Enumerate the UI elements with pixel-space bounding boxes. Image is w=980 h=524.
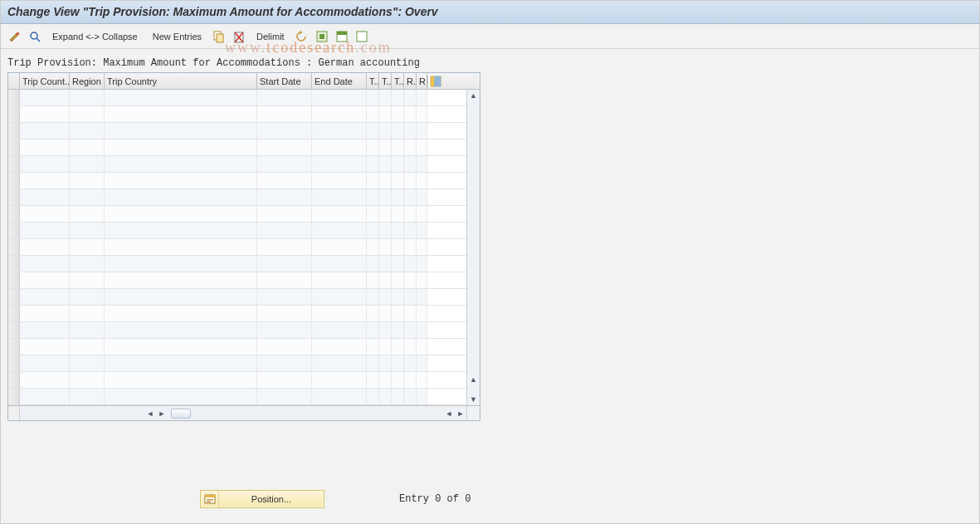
table-cell[interactable] bbox=[404, 372, 417, 388]
table-cell[interactable] bbox=[312, 223, 367, 238]
table-cell[interactable] bbox=[257, 239, 312, 255]
table-cell[interactable] bbox=[20, 289, 70, 305]
table-cell[interactable] bbox=[417, 156, 427, 172]
table-cell[interactable] bbox=[20, 306, 70, 321]
row-selector[interactable] bbox=[8, 322, 20, 338]
table-cell[interactable] bbox=[367, 156, 379, 172]
table-cell[interactable] bbox=[392, 372, 404, 388]
row-selector-header[interactable] bbox=[8, 73, 20, 89]
table-cell[interactable] bbox=[105, 239, 257, 255]
table-cell[interactable] bbox=[105, 389, 257, 404]
table-cell[interactable] bbox=[392, 189, 404, 205]
table-cell[interactable] bbox=[367, 306, 379, 321]
table-cell[interactable] bbox=[404, 173, 417, 189]
row-selector[interactable] bbox=[8, 173, 20, 189]
table-cell[interactable] bbox=[367, 206, 379, 222]
table-cell[interactable] bbox=[404, 239, 417, 255]
delimit-button[interactable]: Delimit bbox=[251, 32, 290, 42]
table-cell[interactable] bbox=[257, 206, 312, 222]
table-cell[interactable] bbox=[312, 372, 367, 388]
table-cell[interactable] bbox=[379, 106, 392, 122]
table-cell[interactable] bbox=[417, 355, 427, 371]
row-selector[interactable] bbox=[8, 223, 20, 238]
table-cell[interactable] bbox=[392, 206, 404, 222]
table-cell[interactable] bbox=[392, 306, 404, 321]
table-cell[interactable] bbox=[70, 223, 105, 238]
table-cell[interactable] bbox=[257, 322, 312, 338]
table-cell[interactable] bbox=[20, 355, 70, 371]
table-cell[interactable] bbox=[20, 173, 70, 189]
col-trip-country[interactable]: Trip Country bbox=[105, 73, 257, 89]
row-selector[interactable] bbox=[8, 339, 20, 355]
table-cell[interactable] bbox=[20, 140, 70, 155]
table-cell[interactable] bbox=[70, 339, 105, 355]
table-cell[interactable] bbox=[379, 289, 392, 305]
col-region[interactable]: Region bbox=[70, 73, 105, 89]
col-start-date[interactable]: Start Date bbox=[257, 73, 312, 89]
table-cell[interactable] bbox=[392, 355, 404, 371]
col-end-date[interactable]: End Date bbox=[312, 73, 367, 89]
hscroll-thumb[interactable] bbox=[171, 409, 191, 419]
table-cell[interactable] bbox=[70, 322, 105, 338]
table-cell[interactable] bbox=[404, 389, 417, 404]
table-cell[interactable] bbox=[312, 239, 367, 255]
table-cell[interactable] bbox=[70, 173, 105, 189]
table-cell[interactable] bbox=[70, 123, 105, 139]
table-cell[interactable] bbox=[417, 189, 427, 205]
table-cell[interactable] bbox=[70, 272, 105, 288]
table-cell[interactable] bbox=[257, 339, 312, 355]
table-cell[interactable] bbox=[379, 239, 392, 255]
table-cell[interactable] bbox=[70, 106, 105, 122]
row-selector[interactable] bbox=[8, 239, 20, 255]
table-cell[interactable] bbox=[312, 106, 367, 122]
row-selector[interactable] bbox=[8, 123, 20, 139]
table-cell[interactable] bbox=[312, 140, 367, 155]
table-cell[interactable] bbox=[417, 239, 427, 255]
table-cell[interactable] bbox=[417, 372, 427, 388]
position-button[interactable]: Position... bbox=[200, 490, 324, 508]
table-cell[interactable] bbox=[417, 389, 427, 404]
table-cell[interactable] bbox=[404, 189, 417, 205]
table-cell[interactable] bbox=[105, 223, 257, 238]
table-cell[interactable] bbox=[417, 322, 427, 338]
table-cell[interactable] bbox=[105, 156, 257, 172]
table-cell[interactable] bbox=[404, 272, 417, 288]
table-cell[interactable] bbox=[417, 106, 427, 122]
table-cell[interactable] bbox=[70, 306, 105, 321]
table-cell[interactable] bbox=[70, 90, 105, 105]
table-cell[interactable] bbox=[379, 140, 392, 155]
copy-icon[interactable] bbox=[212, 29, 227, 44]
table-cell[interactable] bbox=[417, 90, 427, 105]
col-t2[interactable]: T.. bbox=[379, 73, 392, 89]
table-cell[interactable] bbox=[70, 206, 105, 222]
table-cell[interactable] bbox=[392, 223, 404, 238]
table-cell[interactable] bbox=[417, 173, 427, 189]
table-cell[interactable] bbox=[379, 189, 392, 205]
row-selector[interactable] bbox=[8, 206, 20, 222]
table-cell[interactable] bbox=[257, 272, 312, 288]
table-cell[interactable] bbox=[257, 223, 312, 238]
table-cell[interactable] bbox=[257, 256, 312, 272]
table-cell[interactable] bbox=[312, 173, 367, 189]
table-cell[interactable] bbox=[404, 223, 417, 238]
table-cell[interactable] bbox=[392, 90, 404, 105]
table-cell[interactable] bbox=[105, 189, 257, 205]
table-cell[interactable] bbox=[70, 189, 105, 205]
table-cell[interactable] bbox=[20, 123, 70, 139]
table-cell[interactable] bbox=[70, 140, 105, 155]
table-cell[interactable] bbox=[105, 372, 257, 388]
table-cell[interactable] bbox=[392, 156, 404, 172]
table-cell[interactable] bbox=[367, 389, 379, 404]
table-cell[interactable] bbox=[257, 123, 312, 139]
table-cell[interactable] bbox=[404, 90, 417, 105]
table-cell[interactable] bbox=[105, 256, 257, 272]
table-cell[interactable] bbox=[70, 239, 105, 255]
table-cell[interactable] bbox=[404, 339, 417, 355]
table-cell[interactable] bbox=[367, 272, 379, 288]
col-r2[interactable]: R bbox=[417, 73, 427, 89]
table-cell[interactable] bbox=[312, 289, 367, 305]
table-cell[interactable] bbox=[105, 322, 257, 338]
table-cell[interactable] bbox=[392, 289, 404, 305]
table-cell[interactable] bbox=[257, 306, 312, 321]
table-cell[interactable] bbox=[379, 206, 392, 222]
